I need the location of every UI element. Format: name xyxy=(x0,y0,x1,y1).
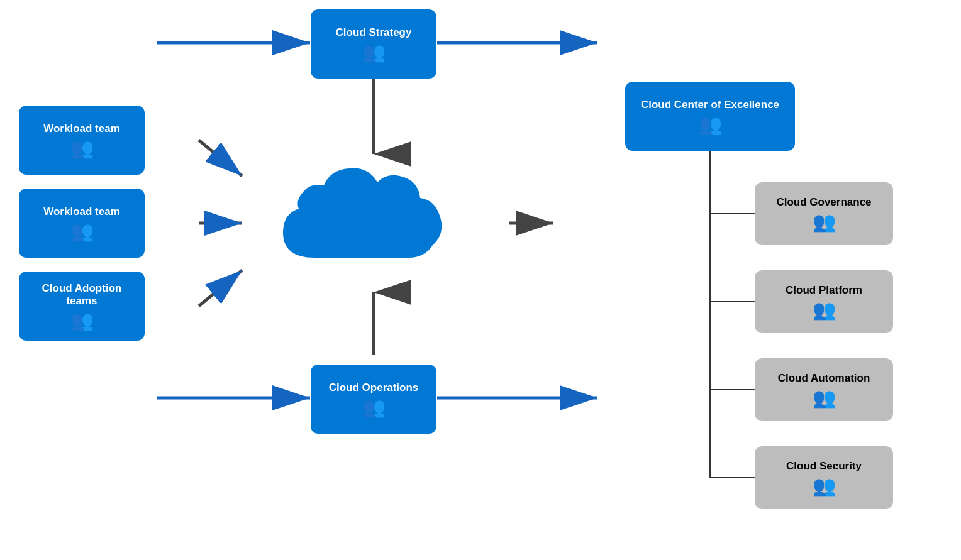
cloud-operations-box: Cloud Operations 👥 xyxy=(311,365,436,434)
cloud-automation-box: Cloud Automation 👥 xyxy=(755,358,893,421)
cloud-governance-icon: 👥 xyxy=(813,212,836,231)
cloud-adoption-icon: 👥 xyxy=(70,311,94,330)
cloud-automation-icon: 👥 xyxy=(813,388,836,407)
cloud-adoption-box: Cloud Adoption teams 👥 xyxy=(19,272,145,341)
svg-line-11 xyxy=(199,270,242,306)
cloud-governance-box: Cloud Governance 👥 xyxy=(755,182,893,245)
cloud-strategy-title: Cloud Strategy xyxy=(336,26,412,39)
svg-line-9 xyxy=(199,140,242,176)
workload-team-2-box: Workload team 👥 xyxy=(19,189,145,258)
cloud-security-title: Cloud Security xyxy=(786,460,862,473)
workload-team-1-title: Workload team xyxy=(43,123,120,135)
cloud-strategy-icon: 👥 xyxy=(362,43,386,62)
cloud-operations-icon: 👥 xyxy=(362,398,386,417)
cloud-platform-box: Cloud Platform 👥 xyxy=(755,270,893,333)
cloud-shape xyxy=(264,151,465,283)
cloud-governance-title: Cloud Governance xyxy=(776,196,871,209)
cloud-strategy-box: Cloud Strategy 👥 xyxy=(311,9,436,79)
cloud-operations-title: Cloud Operations xyxy=(329,382,419,394)
cloud-platform-title: Cloud Platform xyxy=(786,284,862,297)
workload-team-1-icon: 👥 xyxy=(70,139,94,158)
cloud-security-icon: 👥 xyxy=(813,476,836,495)
workload-team-2-icon: 👥 xyxy=(70,222,94,241)
cloud-adoption-title: Cloud Adoption teams xyxy=(29,282,135,307)
cloud-platform-icon: 👥 xyxy=(813,300,836,319)
cloud-automation-title: Cloud Automation xyxy=(778,372,870,385)
diagram: Cloud Strategy 👥 Workload team 👥 Workloa… xyxy=(0,0,961,560)
cloud-center-icon: 👥 xyxy=(699,115,722,134)
cloud-center-title: Cloud Center of Excellence xyxy=(641,99,779,111)
cloud-security-box: Cloud Security 👥 xyxy=(755,446,893,509)
workload-team-1-box: Workload team 👥 xyxy=(19,106,145,175)
workload-team-2-title: Workload team xyxy=(43,206,120,218)
cloud-center-box: Cloud Center of Excellence 👥 xyxy=(625,82,795,151)
